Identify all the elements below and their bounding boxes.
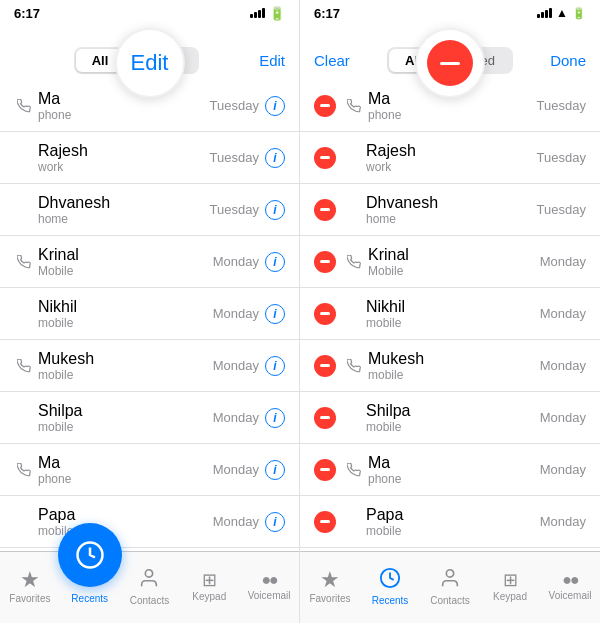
phone-icon: [344, 359, 364, 373]
caller-name: Dhvanesh: [38, 193, 210, 212]
info-button[interactable]: i: [265, 200, 285, 220]
call-day: Monday: [540, 358, 586, 373]
caller-name: Dhvanesh: [366, 193, 537, 212]
tab-label: Keypad: [192, 591, 226, 602]
call-day: Monday: [540, 410, 586, 425]
tab-voicemail-right[interactable]: ●● Voicemail: [540, 558, 600, 615]
caller-type: work: [38, 160, 210, 174]
call-item[interactable]: Rajesh work Tuesday i: [0, 132, 299, 184]
call-info: Dhvanesh home: [38, 193, 210, 227]
clear-button[interactable]: Clear: [314, 52, 350, 69]
info-button[interactable]: i: [265, 148, 285, 168]
call-meta: Monday i: [213, 460, 285, 480]
delete-dot[interactable]: [314, 355, 336, 377]
favorites-icon: ★: [20, 569, 40, 591]
keypad-icon: ⊞: [202, 571, 217, 589]
tab-label: Favorites: [309, 593, 350, 604]
info-button[interactable]: i: [265, 408, 285, 428]
tab-voicemail[interactable]: ●● Voicemail: [239, 558, 299, 615]
call-item[interactable]: Shilpa mobile Monday: [300, 392, 600, 444]
tab-keypad-right[interactable]: ⊞ Keypad: [480, 558, 540, 615]
delete-button-large[interactable]: [427, 40, 473, 86]
call-info: Krinal Mobile: [38, 245, 213, 279]
info-button[interactable]: i: [265, 460, 285, 480]
signal-icon: [537, 8, 552, 18]
delete-dot[interactable]: [314, 147, 336, 169]
tab-label: Keypad: [493, 591, 527, 602]
caller-name: Ma: [38, 89, 210, 108]
call-day: Monday: [540, 514, 586, 529]
call-info: Krinal Mobile: [368, 245, 540, 279]
call-item[interactable]: Mukesh mobile Monday i: [0, 340, 299, 392]
info-button[interactable]: i: [265, 512, 285, 532]
call-item[interactable]: +91 99536 21207 India Monday: [300, 548, 600, 551]
tab-favorites-right[interactable]: ★ Favorites: [300, 558, 360, 615]
tab-contacts[interactable]: Contacts: [120, 558, 180, 615]
favorites-icon: ★: [320, 569, 340, 591]
tab-favorites[interactable]: ★ Favorites: [0, 558, 60, 615]
delete-dot[interactable]: [314, 511, 336, 533]
call-meta: Monday i: [213, 408, 285, 428]
tab-contacts-right[interactable]: Contacts: [420, 558, 480, 615]
recents-circle[interactable]: [58, 523, 122, 587]
time-left: 6:17: [14, 6, 40, 21]
call-info: Mukesh mobile: [368, 349, 540, 383]
caller-name: Shilpa: [38, 401, 213, 420]
tab-label: Voicemail: [248, 590, 291, 601]
call-item[interactable]: Papa mobile Monday i: [0, 496, 299, 548]
edit-circle[interactable]: Edit: [115, 28, 185, 98]
tab-recents[interactable]: 🕐 Recents: [60, 558, 120, 615]
call-meta: Tuesday: [537, 202, 586, 217]
call-item[interactable]: Ma phone Monday: [300, 444, 600, 496]
phone-icon: [14, 463, 34, 477]
phone-icon: [14, 99, 34, 113]
delete-circle[interactable]: [415, 28, 485, 98]
call-meta: Tuesday i: [210, 148, 285, 168]
done-button[interactable]: Done: [550, 52, 586, 69]
svg-point-1: [146, 570, 153, 577]
call-meta: Tuesday: [537, 150, 586, 165]
info-button[interactable]: i: [265, 356, 285, 376]
call-meta: Monday: [540, 306, 586, 321]
tab-bar-right: ★ Favorites Recents Contacts ⊞ Keypad ●●…: [300, 551, 600, 623]
tab-recents-right[interactable]: Recents: [360, 558, 420, 615]
caller-type: mobile: [366, 524, 540, 538]
call-info: Ma phone: [38, 89, 210, 123]
call-info: Shilpa mobile: [38, 401, 213, 435]
call-meta: Monday: [540, 514, 586, 529]
call-item[interactable]: Papa mobile Monday: [300, 496, 600, 548]
delete-dot[interactable]: [314, 303, 336, 325]
delete-dot[interactable]: [314, 95, 336, 117]
phone-icon: [344, 99, 364, 113]
caller-type: phone: [38, 108, 210, 122]
call-item[interactable]: Dhvanesh home Tuesday: [300, 184, 600, 236]
call-item[interactable]: Nikhil mobile Monday: [300, 288, 600, 340]
signal-icon: [250, 8, 265, 18]
status-icons-left: 🔋: [250, 6, 285, 21]
info-button[interactable]: i: [265, 304, 285, 324]
delete-dot[interactable]: [314, 407, 336, 429]
call-day: Monday: [540, 462, 586, 477]
call-item[interactable]: Rajesh work Tuesday: [300, 132, 600, 184]
call-meta: Tuesday: [537, 98, 586, 113]
edit-button[interactable]: Edit: [259, 52, 285, 69]
voicemail-icon: ●●: [261, 572, 276, 588]
delete-dot[interactable]: [314, 251, 336, 273]
delete-dot[interactable]: [314, 459, 336, 481]
info-button[interactable]: i: [265, 252, 285, 272]
call-item[interactable]: Ma phone Monday i: [0, 444, 299, 496]
caller-type: phone: [368, 108, 537, 122]
call-list-right: Ma phone Tuesday Rajesh work Tuesday Dhv…: [300, 80, 600, 551]
tab-keypad[interactable]: ⊞ Keypad: [179, 558, 239, 615]
call-item[interactable]: Krinal Mobile Monday i: [0, 236, 299, 288]
call-item[interactable]: Krinal Mobile Monday: [300, 236, 600, 288]
call-item[interactable]: Shilpa mobile Monday i: [0, 392, 299, 444]
call-item[interactable]: Dhvanesh home Tuesday i: [0, 184, 299, 236]
delete-dot[interactable]: [314, 199, 336, 221]
phone-icon: [344, 255, 364, 269]
info-button[interactable]: i: [265, 96, 285, 116]
keypad-icon: ⊞: [503, 571, 518, 589]
right-panel: 6:17 ▲ 🔋 Clear All Missed Done: [300, 0, 600, 623]
call-item[interactable]: Nikhil mobile Monday i: [0, 288, 299, 340]
call-item[interactable]: Mukesh mobile Monday: [300, 340, 600, 392]
